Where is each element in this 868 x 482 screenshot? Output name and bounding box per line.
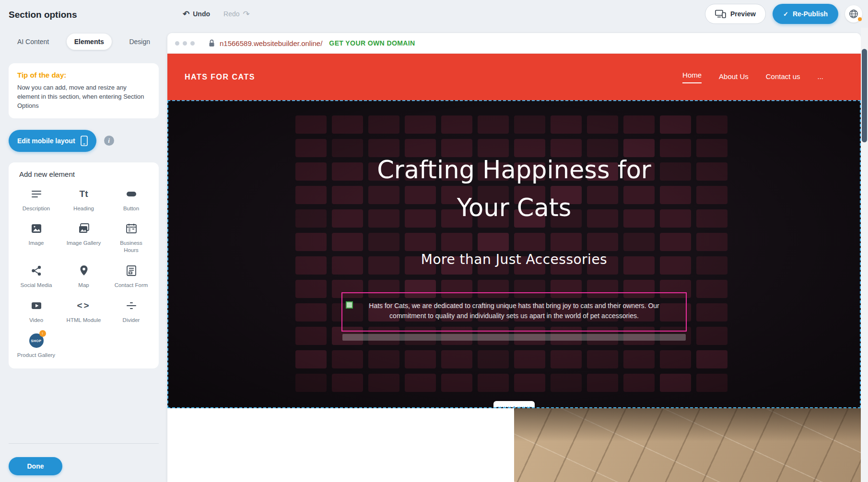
element-item-divider[interactable]: Divider: [107, 298, 155, 324]
devices-icon: [715, 10, 726, 18]
element-item-description[interactable]: Description: [12, 187, 60, 212]
window-dot: [190, 41, 195, 46]
phone-icon: [81, 136, 88, 146]
browser-chrome-bar: n1566589.websitebuilder.online/ GET YOUR…: [167, 33, 861, 54]
mobile-layout-row: Edit mobile layout i: [9, 130, 159, 152]
window-dot: [175, 41, 179, 46]
topbar-actions: Preview ✓ Re-Publish: [705, 0, 862, 28]
window-dots: [175, 41, 195, 46]
site-header[interactable]: HATS FOR CATS Home About Us Contact us .…: [167, 54, 861, 100]
edit-mobile-layout-button[interactable]: Edit mobile layout: [9, 130, 96, 152]
get-domain-link[interactable]: GET YOUR OWN DOMAIN: [329, 39, 415, 47]
sidebar: AI Content Elements Design Tip of the da…: [0, 28, 167, 482]
add-element-title: Add new element: [19, 170, 155, 178]
heading-icon: Tt: [80, 187, 88, 201]
tab-elements[interactable]: Elements: [67, 34, 112, 50]
resize-handle-left[interactable]: [346, 301, 353, 309]
site-url[interactable]: n1566589.websitebuilder.online/: [220, 39, 322, 47]
add-element-panel: Add new element Description Tt Heading: [9, 162, 159, 369]
tip-heading: Tip of the day:: [17, 71, 150, 79]
canvas: n1566589.websitebuilder.online/ GET YOUR…: [167, 28, 868, 482]
republish-button[interactable]: ✓ Re-Publish: [773, 4, 838, 24]
tip-of-the-day-card: Tip of the day: Now you can add, move an…: [9, 63, 159, 118]
republish-label: Re-Publish: [793, 10, 828, 18]
resize-arrows-icon: ↕: [511, 404, 517, 408]
app: Section options ↶ Undo Redo ↷ P: [0, 0, 868, 482]
section-resize-handle[interactable]: ↕: [493, 401, 535, 408]
nav-contact-us[interactable]: Contact us: [766, 72, 800, 81]
element-grid: Description Tt Heading Button: [12, 187, 155, 359]
sidebar-tabs: AI Content Elements Design: [10, 34, 158, 50]
undo-button[interactable]: ↶ Undo: [183, 9, 210, 19]
pavement-photo: [514, 408, 861, 482]
html-module-icon: <>: [77, 298, 90, 313]
hero-paragraph-text[interactable]: Hats for Cats, we are dedicated to craft…: [351, 301, 677, 321]
globe-icon: [848, 9, 859, 19]
element-item-image[interactable]: Image: [12, 221, 60, 254]
contact-form-icon: [125, 264, 138, 278]
site-nav: Home About Us Contact us ...: [682, 71, 823, 83]
image-icon: [30, 221, 43, 236]
nav-about-us[interactable]: About Us: [719, 72, 749, 81]
element-item-heading[interactable]: Tt Heading: [60, 187, 107, 212]
map-icon: [78, 264, 90, 278]
edit-mobile-label: Edit mobile layout: [17, 137, 75, 145]
undo-icon: ↶: [183, 9, 189, 19]
notification-dot: [858, 17, 862, 21]
preview-button[interactable]: Preview: [705, 4, 766, 24]
upgrade-badge-icon: ↑: [39, 330, 46, 337]
scrollbar-track[interactable]: [861, 28, 868, 482]
tab-ai-content[interactable]: AI Content: [10, 34, 57, 50]
check-icon: ✓: [783, 11, 788, 18]
info-icon[interactable]: i: [104, 136, 114, 146]
preview-label: Preview: [730, 10, 756, 18]
redo-icon: ↷: [243, 9, 249, 19]
element-item-contact-form[interactable]: Contact Form: [107, 264, 155, 289]
done-button[interactable]: Done: [9, 457, 62, 475]
element-item-social-media[interactable]: Social Media: [12, 264, 60, 289]
scrollbar-thumb[interactable]: [862, 49, 867, 142]
site-preview: HATS FOR CATS Home About Us Contact us .…: [167, 54, 861, 482]
description-icon: [30, 187, 43, 201]
site-logo[interactable]: HATS FOR CATS: [185, 73, 255, 81]
product-gallery-icon: SHOP ↑: [29, 333, 44, 348]
window-dot: [183, 41, 187, 46]
sidebar-footer: Done: [0, 443, 167, 482]
nav-more[interactable]: ...: [817, 72, 823, 81]
browser-window: n1566589.websitebuilder.online/ GET YOUR…: [167, 33, 861, 482]
social-media-icon: [30, 264, 43, 278]
page-title: Section options: [9, 10, 77, 20]
redo-button[interactable]: Redo ↷: [223, 9, 250, 19]
tab-design[interactable]: Design: [121, 34, 158, 50]
topbar: Section options ↶ Undo Redo ↷ P: [0, 0, 868, 28]
paragraph-shadow-bar: [342, 334, 686, 341]
hero-paragraph-selected[interactable]: Hats for Cats, we are dedicated to craft…: [341, 292, 687, 332]
element-item-html-module[interactable]: <> HTML Module: [60, 298, 107, 324]
button-icon: [125, 187, 138, 201]
tip-body: Now you can add, move and resize any ele…: [17, 83, 150, 111]
language-globe-button[interactable]: [845, 5, 862, 23]
element-item-video[interactable]: Video: [12, 298, 60, 324]
hero-subheading[interactable]: More than Just Accessories: [421, 252, 607, 267]
element-item-image-gallery[interactable]: Image Gallery: [60, 221, 107, 254]
nav-home[interactable]: Home: [682, 71, 702, 83]
element-item-map[interactable]: Map: [60, 264, 107, 289]
hero-heading[interactable]: Crafting Happiness for Your Cats: [358, 151, 670, 227]
hero-content: Crafting Happiness for Your Cats More th…: [168, 101, 860, 407]
hero-section-selected[interactable]: Crafting Happiness for Your Cats More th…: [167, 100, 861, 408]
divider-icon: [125, 298, 138, 313]
element-item-product-gallery[interactable]: SHOP ↑ Product Gallery: [12, 333, 60, 359]
undo-label: Undo: [193, 10, 210, 18]
image-gallery-icon: [78, 221, 90, 236]
element-item-business-hours[interactable]: Business Hours: [107, 221, 155, 254]
video-icon: [30, 298, 43, 313]
next-section[interactable]: [167, 408, 861, 482]
footer-divider: [9, 443, 159, 444]
business-hours-icon: [125, 221, 138, 236]
lock-icon: [208, 39, 215, 47]
element-item-button[interactable]: Button: [107, 187, 155, 212]
undo-redo-group: ↶ Undo Redo ↷: [183, 0, 250, 28]
redo-label: Redo: [223, 10, 239, 18]
